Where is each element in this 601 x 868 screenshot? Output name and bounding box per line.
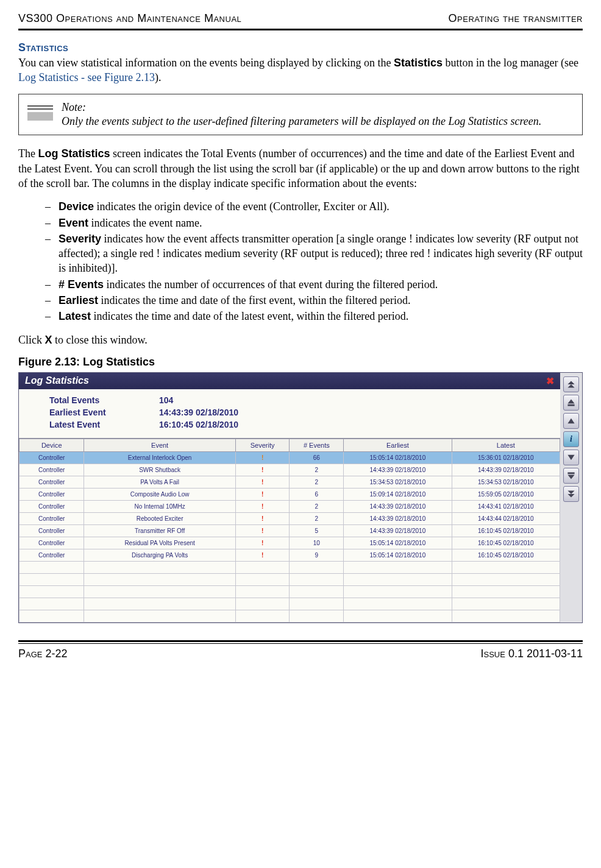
table-row[interactable]: ControllerSWR Shutback!214:43:39 02/18/2… (20, 464, 560, 476)
log-statistics-ref: Log Statistics (38, 147, 110, 160)
table-cell: 6 (290, 488, 344, 500)
figure-link[interactable]: Log Statistics - see Figure 2.13 (18, 71, 155, 83)
scroll-top-button[interactable] (563, 376, 579, 392)
table-cell: Residual PA Volts Present (84, 537, 235, 549)
definition-item: Event indicates the event name. (59, 216, 583, 230)
scroll-page-down-button[interactable] (563, 468, 579, 484)
severity-icon: ! (261, 491, 263, 498)
table-cell: Controller (20, 500, 84, 512)
definition-item: # Events indicates the number of occurre… (59, 277, 583, 292)
table-cell: ! (235, 476, 290, 488)
table-cell: ! (235, 500, 290, 512)
table-cell-empty (235, 573, 290, 585)
definition-term: # Events (59, 278, 104, 291)
table-row[interactable]: ControllerPA Volts A Fail!215:34:53 02/1… (20, 476, 560, 488)
table-row-empty (20, 573, 560, 585)
scroll-bottom-button[interactable] (563, 486, 579, 502)
table-cell-empty (290, 573, 344, 585)
table-row-empty (20, 585, 560, 598)
table-cell-empty (84, 610, 235, 622)
panel-titlebar: Log Statistics ✖ (19, 373, 560, 389)
close-icon[interactable]: ✖ (546, 375, 554, 387)
table-row[interactable]: ControllerResidual PA Volts Present!1015… (20, 537, 560, 549)
table-cell-empty (344, 610, 452, 622)
header-left: VS300 Operations and Maintenance Manual (18, 12, 241, 25)
svg-marker-5 (567, 455, 574, 460)
table-wrap: DeviceEventSeverity# EventsEarliestLates… (19, 438, 560, 623)
table-cell: Controller (20, 476, 84, 488)
table-cell-empty (20, 561, 84, 573)
definition-text: indicates how the event affects transmit… (59, 233, 583, 275)
summary-row: Latest Event16:10:45 02/18/2010 (49, 420, 548, 429)
table-cell: Composite Audio Low (84, 488, 235, 500)
column-header[interactable]: Severity (235, 439, 290, 451)
column-header[interactable]: # Events (290, 439, 344, 451)
table-cell: Transmitter RF Off (84, 524, 235, 537)
severity-icon: ! (261, 454, 263, 461)
column-header[interactable]: Device (20, 439, 84, 451)
table-cell-empty (452, 598, 560, 610)
table-cell-empty (20, 610, 84, 622)
table-cell-empty (344, 598, 452, 610)
table-cell-empty (344, 573, 452, 585)
statistics-button-ref: Statistics (394, 57, 443, 69)
table-cell-empty (290, 585, 344, 598)
table-cell: 10 (290, 537, 344, 549)
summary-value: 14:43:39 02/18/2010 (159, 408, 238, 417)
column-header[interactable]: Latest (452, 439, 560, 451)
table-cell: 15:05:14 02/18/2010 (344, 451, 452, 464)
info-button[interactable]: i (563, 431, 579, 447)
severity-icon: ! (261, 552, 263, 559)
note-icon (27, 103, 53, 124)
table-cell: 2 (290, 464, 344, 476)
svg-rect-3 (567, 404, 574, 406)
table-cell-empty (452, 585, 560, 598)
summary-label: Earliest Event (49, 408, 159, 417)
table-cell: 14:43:39 02/18/2010 (452, 464, 560, 476)
severity-icon: ! (261, 467, 263, 473)
table-cell: Controller (20, 537, 84, 549)
column-header[interactable]: Earliest (344, 439, 452, 451)
close-a: Click (18, 334, 45, 346)
definition-term: Latest (59, 310, 91, 322)
table-row[interactable]: ControllerComposite Audio Low!615:09:14 … (20, 488, 560, 500)
table-cell: 2 (290, 500, 344, 512)
table-cell: 9 (290, 549, 344, 561)
svg-marker-4 (567, 418, 574, 423)
table-cell: ! (235, 524, 290, 537)
note-text: Note: Only the events subject to the use… (62, 101, 541, 129)
definition-text: indicates the event name. (88, 217, 202, 229)
scroll-down-button[interactable] (563, 450, 579, 465)
definition-item: Latest indicates the time and date of th… (59, 309, 583, 323)
severity-icon: ! (261, 528, 263, 534)
table-cell: ! (235, 464, 290, 476)
table-cell: ! (235, 451, 290, 464)
summary-row: Total Events104 (49, 395, 548, 405)
table-row[interactable]: ControllerExternal Interlock Open!6615:0… (20, 451, 560, 464)
svg-marker-1 (567, 384, 574, 388)
table-row-empty (20, 610, 560, 622)
definition-term: Event (59, 217, 88, 229)
table-cell: No Internal 10MHz (84, 500, 235, 512)
column-header[interactable]: Event (84, 439, 235, 451)
svg-marker-9 (567, 494, 574, 498)
table-row-empty (20, 561, 560, 573)
intro-text-c: ). (155, 71, 162, 83)
page-footer: Page 2-22 Issue 0.1 2011-03-11 (18, 647, 583, 660)
table-row[interactable]: ControllerNo Internal 10MHz!214:43:39 02… (20, 500, 560, 512)
svg-marker-0 (567, 381, 574, 384)
table-cell: Controller (20, 488, 84, 500)
severity-icon: ! (261, 503, 263, 510)
severity-icon: ! (261, 479, 263, 485)
scroll-up-button[interactable] (563, 413, 579, 429)
table-row[interactable]: ControllerRebooted Exciter!214:43:39 02/… (20, 512, 560, 524)
table-row[interactable]: ControllerDischarging PA Volts!915:05:14… (20, 549, 560, 561)
table-cell-empty (235, 610, 290, 622)
page-header: VS300 Operations and Maintenance Manual … (18, 12, 583, 25)
scroll-page-up-button[interactable] (563, 395, 579, 411)
table-cell: Rebooted Exciter (84, 512, 235, 524)
definition-item: Earliest indicates the time and date of … (59, 293, 583, 308)
table-cell: 14:43:39 02/18/2010 (344, 500, 452, 512)
header-rule (18, 29, 583, 30)
table-row[interactable]: ControllerTransmitter RF Off!514:43:39 0… (20, 524, 560, 537)
